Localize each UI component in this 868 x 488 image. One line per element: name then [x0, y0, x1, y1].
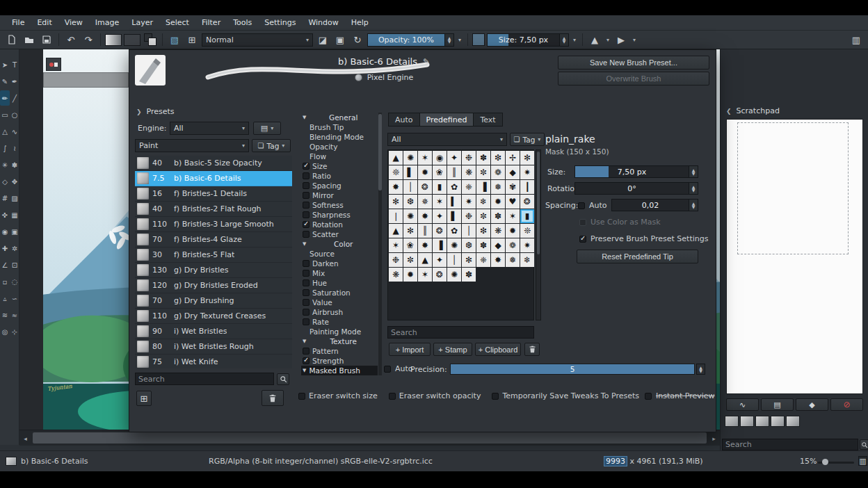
option-flow[interactable]: Flow [301, 152, 378, 161]
preset-search-options-button[interactable] [277, 373, 289, 385]
footer-checkbox-temporarily-save-tweaks-to-presets[interactable]: Temporarily Save Tweaks To Presets [492, 391, 639, 400]
brush-tip-tile[interactable]: ◆ [506, 165, 520, 179]
zoom-slider-handle[interactable] [822, 459, 828, 465]
brush-tip-tile[interactable]: ❇ [476, 224, 490, 238]
tool-freehand-brush[interactable]: ✏ [0, 90, 10, 106]
tool-contiguous-select[interactable]: ≋ [0, 307, 10, 323]
tip-rotation-input[interactable]: 0° [574, 182, 698, 195]
brush-tip-tile[interactable]: ✹ [491, 195, 505, 209]
tool-gradient[interactable]: ▨ [10, 190, 19, 206]
save-new-preset-button[interactable]: Save New Brush Preset... [558, 56, 709, 70]
tool-measure[interactable]: ∠ [0, 257, 10, 273]
brush-tip-tile[interactable]: ✶ [433, 195, 447, 209]
preset-thumbnail[interactable] [725, 416, 739, 427]
brush-tip-tile[interactable]: ❋ [462, 165, 476, 179]
brush-tip-tile[interactable]: ✹ [403, 268, 417, 282]
preset-thumbnail[interactable] [771, 416, 785, 427]
tool-bezier-curve[interactable]: ∫ [0, 140, 10, 156]
brush-tip-tile[interactable]: ║ [447, 165, 461, 179]
opacity-spin-buttons[interactable] [444, 34, 453, 46]
brush-tip-tile[interactable]: ◉ [433, 151, 447, 165]
scroll-left-arrow[interactable]: ◂ [19, 430, 31, 446]
brush-tip-tile[interactable]: ❂ [418, 180, 432, 194]
preset-tag-button[interactable]: ❏ Tag ▾ [252, 139, 291, 152]
brush-tip-tile[interactable]: ❇ [491, 151, 505, 165]
tool-calligraphy[interactable]: ✒ [10, 74, 19, 89]
add-resource-button[interactable]: ⊞ [136, 391, 152, 406]
menu-item-help[interactable]: Help [345, 15, 375, 31]
brush-tip-tile[interactable]: ❄ [520, 253, 534, 267]
brush-tip-tile[interactable]: │ [447, 253, 461, 267]
option-checkbox[interactable] [303, 202, 310, 209]
open-document-button[interactable] [22, 32, 37, 47]
reload-preset-button[interactable]: ↻ [350, 32, 365, 47]
preset-row[interactable]: 90i) Wet Bristles [135, 324, 292, 339]
brush-tip-tile[interactable]: ✹ [506, 224, 520, 238]
tool-ellipse[interactable]: ○ [10, 107, 19, 122]
opacity-slider[interactable]: Opacity: 100% [367, 33, 454, 47]
tab-auto[interactable]: Auto [388, 113, 419, 127]
option-airbrush[interactable]: Airbrush [301, 307, 378, 317]
preset-search-input[interactable] [135, 373, 274, 385]
option-checkbox[interactable] [303, 309, 310, 316]
brush-tip-tile[interactable]: ▐ [476, 180, 490, 194]
stamp-tip-button[interactable]: + Stamp [433, 343, 472, 356]
checkbox[interactable] [579, 236, 586, 243]
option-checkbox[interactable] [303, 192, 310, 199]
brush-tip-tile[interactable]: ▲ [418, 253, 432, 267]
brush-tip-tile[interactable]: │ [462, 224, 476, 238]
option-checkbox[interactable] [303, 260, 310, 267]
tip-tag-button[interactable]: ❏ Tag ▾ [510, 133, 545, 146]
option-source[interactable]: Source [301, 249, 378, 259]
brush-tip-tile[interactable]: ❘ [389, 209, 403, 223]
preset-thumbnail[interactable] [755, 416, 769, 427]
menu-item-select[interactable]: Select [159, 15, 195, 31]
size-options-arrow[interactable]: ▾ [571, 37, 578, 43]
tool-polyline[interactable]: ∿ [10, 124, 19, 139]
brush-size-swatch[interactable] [472, 33, 485, 46]
brush-tip-tile[interactable]: ▌ [403, 165, 417, 179]
preset-row[interactable]: 110f) Bristles-3 Large Smooth [135, 217, 292, 232]
tool-select[interactable]: ➤ [0, 57, 10, 72]
edit-name-icon[interactable]: ✎ [423, 57, 430, 67]
menu-item-image[interactable]: Image [89, 15, 125, 31]
brush-tip-tile[interactable]: ✿ [447, 224, 461, 238]
brush-tip-tile[interactable]: ❆ [403, 195, 417, 209]
tool-ellipse-select[interactable]: ◌ [10, 274, 19, 289]
option-blending-mode[interactable]: Blending Mode [301, 132, 378, 142]
preset-row[interactable]: 120g) Dry Bristles Eroded [135, 278, 292, 293]
scratchpad-header[interactable]: ❮ Scratchpad [726, 106, 780, 115]
tool-assistants[interactable]: ✲ [10, 241, 19, 256]
pattern-chooser-button[interactable] [124, 34, 140, 46]
option-opacity[interactable]: Opacity [301, 142, 378, 152]
option-spacing[interactable]: Spacing [301, 181, 378, 190]
tip-grid-scrollbar[interactable] [536, 149, 541, 320]
brush-tip-tile[interactable]: ▐ [433, 238, 447, 252]
menu-item-filter[interactable]: Filter [195, 15, 227, 31]
brush-tip-tile[interactable]: ✷ [520, 238, 534, 252]
option-size[interactable]: Size [301, 161, 378, 171]
scratchpad-paint-button[interactable]: ∿ [726, 398, 759, 411]
option-checkbox[interactable] [303, 221, 310, 228]
brush-tip-tile[interactable]: ❁ [506, 238, 520, 252]
brush-tip-tile[interactable]: ❊ [389, 165, 403, 179]
preset-row[interactable]: 70f) Bristles-4 Glaze [135, 232, 292, 247]
preset-row[interactable]: 110g) Dry Textured Creases [135, 309, 292, 324]
tool-move[interactable]: ✥ [10, 174, 19, 189]
tab-text[interactable]: Text [473, 113, 502, 127]
brush-tip-tile[interactable]: ✹ [418, 165, 432, 179]
preset-row[interactable]: 7.5b) Basic-6 Details [135, 171, 292, 186]
brush-tip-tile[interactable]: ✷ [462, 195, 476, 209]
brush-tip-tile[interactable]: ✸ [418, 238, 432, 252]
preset-row[interactable]: 130g) Dry Bristles [135, 263, 292, 278]
import-tip-button[interactable]: + Import [389, 343, 431, 356]
zoom-options-button[interactable]: ▥ [858, 456, 867, 466]
brush-preset-chooser-button[interactable]: ⊞ [184, 32, 200, 47]
brush-tip-tile[interactable]: ✼ [476, 209, 490, 223]
option-ratio[interactable]: Ratio [301, 171, 378, 181]
brush-tip-tile[interactable]: ✽ [476, 151, 490, 165]
brush-tip-tile[interactable]: ❊ [520, 224, 534, 238]
brush-tip-tile[interactable]: ❀ [433, 165, 447, 179]
brush-tip-tile[interactable]: ✻ [520, 151, 534, 165]
brush-tip-tile[interactable]: │ [403, 180, 417, 194]
